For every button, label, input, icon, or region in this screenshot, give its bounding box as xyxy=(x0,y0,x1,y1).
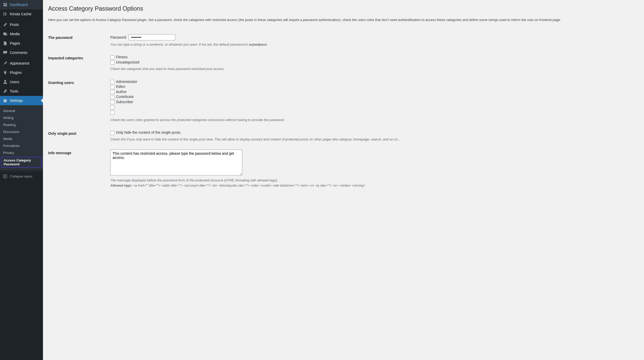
category-fitness-label: Fitness xyxy=(116,55,128,59)
submenu-item-media[interactable]: Media xyxy=(0,135,43,142)
users-description: Check the users roles granted to access … xyxy=(110,117,636,123)
sidebar-item-label: Appearance xyxy=(10,61,30,65)
role-author-label: Author xyxy=(116,90,127,94)
users-row-label: Granting users xyxy=(48,75,108,126)
categories-description: Check the categories that you want to ha… xyxy=(110,66,636,72)
role-editor-label: Editor xyxy=(116,84,126,89)
page-icon xyxy=(3,41,8,46)
settings-icon xyxy=(3,98,8,103)
user-icon xyxy=(3,79,8,84)
main-content: Access Category Password Options Here yo… xyxy=(43,0,644,360)
sidebar-item-comments[interactable]: Comments xyxy=(0,48,43,57)
category-fitness-checkbox[interactable] xyxy=(110,55,114,59)
categories-row-label: Impacted categories xyxy=(48,51,108,75)
page-title: Access Category Password Options xyxy=(48,5,639,12)
submenu-item-general[interactable]: General xyxy=(0,107,43,114)
sidebar-item-pages[interactable]: Pages xyxy=(0,39,43,48)
svg-point-1 xyxy=(3,174,7,178)
role-administrator-checkbox[interactable] xyxy=(110,80,114,84)
role-subscriber-checkbox[interactable] xyxy=(110,100,114,104)
sidebar-item-appearance[interactable]: Appearance xyxy=(0,59,43,68)
kinsta-icon xyxy=(3,11,8,17)
collapse-label: Collapse menu xyxy=(10,174,32,178)
sidebar-item-label: Posts xyxy=(10,23,19,27)
settings-submenu: General Writing Reading Discussion Media… xyxy=(0,105,43,170)
single-row-label: Only single post xyxy=(48,126,108,146)
info-row-label: Info message xyxy=(48,146,108,192)
role-contributor-checkbox[interactable] xyxy=(110,95,114,99)
sidebar-item-media[interactable]: Media xyxy=(0,29,43,39)
settings-form-table: The password Password You can type a str… xyxy=(48,30,639,192)
sidebar-item-label: Dashboard xyxy=(10,3,28,7)
sidebar-item-users[interactable]: Users xyxy=(0,77,43,87)
sidebar-item-label: Media xyxy=(10,32,20,36)
sidebar-item-label: Pages xyxy=(10,41,20,45)
sidebar-item-tools[interactable]: Tools xyxy=(0,87,43,96)
category-uncategorized-label: Uncategorized xyxy=(116,60,139,64)
submenu-item-access-category-password[interactable]: Access Category Password xyxy=(1,157,42,168)
media-icon xyxy=(3,31,8,37)
tool-icon xyxy=(3,89,8,94)
submenu-item-writing[interactable]: Writing xyxy=(0,114,43,121)
dashboard-icon xyxy=(3,2,8,7)
role-author-checkbox[interactable] xyxy=(110,90,114,94)
password-row-label: The password xyxy=(48,30,108,51)
single-description: Check this if you only want to hide the … xyxy=(110,137,636,142)
sidebar-item-label: Tools xyxy=(10,89,18,93)
submenu-item-permalinks[interactable]: Permalinks xyxy=(0,142,43,149)
allowed-tags-text: Allowed tags: <a href="" title=""> <abbr… xyxy=(110,183,636,188)
collapse-icon xyxy=(3,174,8,179)
sidebar-item-label: Settings xyxy=(10,98,23,103)
comment-icon xyxy=(3,50,8,55)
collapse-menu-button[interactable]: Collapse menu xyxy=(0,171,43,181)
password-description: You can type a string or a sentence, or … xyxy=(110,42,636,47)
password-field-label: Password xyxy=(110,35,126,39)
sidebar-item-label: Plugins xyxy=(10,70,22,75)
role-empty-1-checkbox[interactable] xyxy=(110,105,114,109)
sidebar-item-kinsta-cache[interactable]: Kinsta Cache xyxy=(0,9,43,19)
category-uncategorized-checkbox[interactable] xyxy=(110,60,114,65)
sidebar-item-label: Kinsta Cache xyxy=(10,12,31,16)
brush-icon xyxy=(3,61,8,66)
sidebar-item-posts[interactable]: Posts xyxy=(0,20,43,29)
submenu-item-reading[interactable]: Reading xyxy=(0,121,43,128)
intro-text: Here you can set the options of Access C… xyxy=(48,17,639,23)
submenu-item-privacy[interactable]: Privacy xyxy=(0,149,43,156)
password-input[interactable] xyxy=(129,34,175,40)
only-single-post-checkbox[interactable] xyxy=(110,131,114,135)
sidebar-item-label: Users xyxy=(10,80,19,84)
info-message-textarea[interactable] xyxy=(110,150,242,175)
only-single-post-label: Only hide the content of the single post… xyxy=(116,130,180,135)
sidebar-item-plugins[interactable]: Plugins xyxy=(0,68,43,77)
sidebar-item-dashboard[interactable]: Dashboard xyxy=(0,0,43,9)
svg-point-0 xyxy=(4,80,6,82)
admin-sidebar: Dashboard Kinsta Cache Posts Media Pages… xyxy=(0,0,43,360)
sidebar-item-label: Comments xyxy=(10,51,27,55)
role-empty-2-checkbox[interactable] xyxy=(110,110,114,115)
role-subscriber-label: Subscriber xyxy=(116,100,133,104)
plug-icon xyxy=(3,70,8,75)
role-administrator-label: Administrator xyxy=(116,80,137,84)
sidebar-item-settings[interactable]: Settings xyxy=(0,96,43,105)
info-description: The message displayed before the passwor… xyxy=(110,178,636,183)
role-contributor-label: Contributor xyxy=(116,95,134,99)
submenu-item-discussion[interactable]: Discussion xyxy=(0,128,43,135)
role-editor-checkbox[interactable] xyxy=(110,85,114,89)
pin-icon xyxy=(3,22,8,27)
